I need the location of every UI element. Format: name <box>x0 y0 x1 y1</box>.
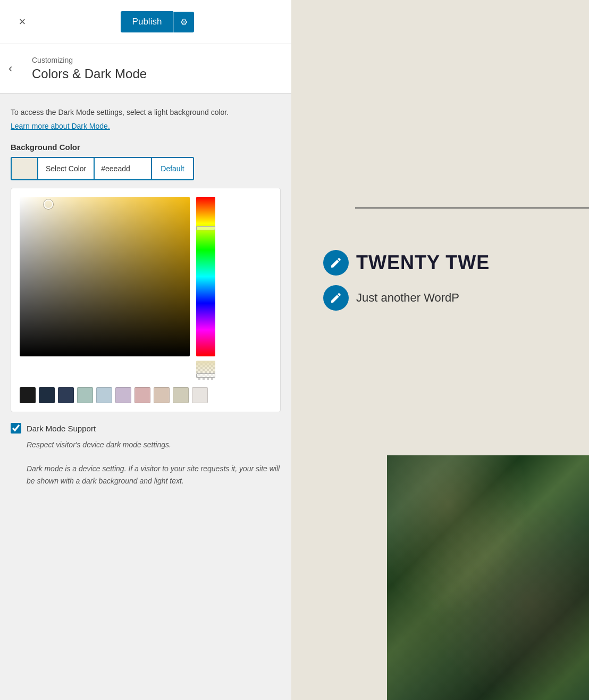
dark-mode-description: Respect visitor's device dark mode setti… <box>27 439 281 487</box>
select-color-button[interactable]: Select Color <box>37 157 94 180</box>
hue-column <box>196 197 215 380</box>
site-divider <box>355 207 589 209</box>
site-title-row: TWENTY TWE <box>323 250 490 276</box>
edit-tagline-icon-circle[interactable] <box>323 285 349 311</box>
color-swatch-navy[interactable] <box>58 387 74 403</box>
close-button[interactable]: × <box>11 10 34 34</box>
painting-area <box>387 455 589 700</box>
panel-header: ‹ Customizing Colors & Dark Mode <box>0 44 291 94</box>
publish-btn-wrap: Publish ⚙ <box>121 11 195 32</box>
back-button[interactable]: ‹ <box>9 62 12 76</box>
hue-strip[interactable] <box>196 197 215 356</box>
color-swatch-lavender[interactable] <box>115 387 131 403</box>
hex-input[interactable] <box>94 157 152 180</box>
edit-icon <box>330 256 342 269</box>
color-swatch-button[interactable] <box>11 157 37 180</box>
site-tagline-row: Just another WordP <box>323 285 490 311</box>
default-button[interactable]: Default <box>152 157 193 180</box>
settings-button[interactable]: ⚙ <box>173 12 194 32</box>
top-bar-center: Publish ⚙ <box>34 11 281 32</box>
color-swatch-light-tan[interactable] <box>173 387 189 403</box>
dark-mode-section: Dark Mode Support Respect visitor's devi… <box>11 423 281 487</box>
hue-handle[interactable] <box>196 226 215 230</box>
picker-main <box>20 197 272 380</box>
edit-tagline-icon <box>330 291 342 304</box>
painting-placeholder <box>387 455 589 700</box>
customizing-label: Customizing <box>32 56 147 64</box>
saturation-handle[interactable] <box>44 199 53 209</box>
site-title-area: TWENTY TWE Just another WordP <box>323 250 490 311</box>
dark-mode-link[interactable]: Learn more about Dark Mode. <box>11 122 110 130</box>
color-swatch-off-white[interactable] <box>192 387 208 403</box>
panel-content: To access the Dark Mode settings, select… <box>0 94 291 700</box>
dark-mode-check-row: Dark Mode Support <box>11 423 281 434</box>
dark-mode-checkbox[interactable] <box>11 423 21 434</box>
color-swatch-black[interactable] <box>20 387 36 403</box>
info-text: To access the Dark Mode settings, select… <box>11 106 281 118</box>
site-tagline-text: Just another WordP <box>356 291 459 305</box>
painting-overlay <box>387 455 589 700</box>
swatches-row <box>20 387 272 403</box>
edit-icon-circle[interactable] <box>323 250 349 276</box>
right-panel: TWENTY TWE Just another WordP <box>291 0 589 700</box>
saturation-area[interactable] <box>20 197 190 356</box>
color-swatch-dark-navy[interactable] <box>39 387 55 403</box>
left-panel: × Publish ⚙ ‹ Customizing Colors & Dark … <box>0 0 291 700</box>
color-swatch-sage[interactable] <box>77 387 93 403</box>
dark-mode-desc2: Dark mode is a device setting. If a visi… <box>27 464 280 485</box>
top-bar: × Publish ⚙ <box>0 0 291 44</box>
dark-mode-desc1: Respect visitor's device dark mode setti… <box>27 440 171 449</box>
page-title: Colors & Dark Mode <box>32 66 147 81</box>
dark-mode-label: Dark Mode Support <box>27 424 96 433</box>
site-title-text: TWENTY TWE <box>356 252 490 274</box>
color-swatch-pink[interactable] <box>134 387 150 403</box>
color-swatch-light-blue[interactable] <box>96 387 112 403</box>
alpha-strip[interactable] <box>196 361 215 380</box>
color-swatch-peach[interactable] <box>154 387 170 403</box>
color-picker-row: Select Color Default <box>11 157 281 180</box>
background-color-label: Background Color <box>11 143 281 152</box>
color-picker-widget <box>11 188 281 412</box>
header-text: Customizing Colors & Dark Mode <box>32 56 147 81</box>
alpha-handle[interactable] <box>196 373 215 378</box>
publish-button[interactable]: Publish <box>121 11 174 32</box>
